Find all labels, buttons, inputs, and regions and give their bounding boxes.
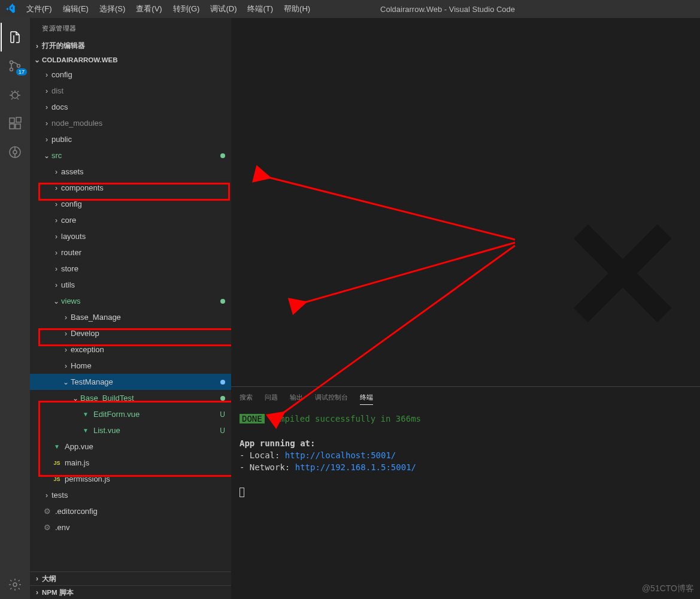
folder-components[interactable]: ›components <box>30 180 231 196</box>
panel-tab-problems[interactable]: 问题 <box>265 391 278 404</box>
folder-assets[interactable]: ›assets <box>30 164 231 180</box>
folder-home[interactable]: ›Home <box>30 358 231 374</box>
menu-terminal[interactable]: 终端(T) <box>243 1 278 17</box>
file-editorconfig[interactable]: ⚙.editorconfig <box>30 503 231 519</box>
folder-base-manage[interactable]: ›Base_Manage <box>30 309 231 325</box>
folder-store[interactable]: ›store <box>30 261 231 277</box>
activity-bar: 17 <box>0 18 30 599</box>
svg-point-9 <box>13 150 17 154</box>
file-permission-js[interactable]: JSpermission.js <box>30 471 231 487</box>
chevron-down-icon: ⌄ <box>61 378 71 386</box>
tree-label: EditForm.vue <box>93 410 140 419</box>
panel-tab-terminal[interactable]: 终端 <box>360 391 373 405</box>
chevron-right-icon: › <box>32 42 42 50</box>
folder-config[interactable]: ›config <box>30 66 231 83</box>
chevron-right-icon: › <box>42 135 51 144</box>
section-project[interactable]: ⌄COLDAIRARROW.WEB <box>30 53 231 66</box>
tree-label: node_modules <box>51 119 102 128</box>
activity-settings-icon[interactable] <box>1 570 29 599</box>
section-label: 打开的编辑器 <box>42 41 85 50</box>
chevron-down-icon: ⌄ <box>71 394 80 403</box>
chevron-down-icon: ⌄ <box>42 152 51 160</box>
modified-dot <box>220 394 225 403</box>
vscode-watermark-icon: ✕ <box>557 186 688 367</box>
panel-tab-debug-console[interactable]: 调试控制台 <box>315 391 348 404</box>
folder-src[interactable]: ⌄src <box>30 147 231 164</box>
tree-label: layouts <box>61 232 86 241</box>
folder-base-buildtest[interactable]: ⌄Base_BuildTest <box>30 390 231 406</box>
tree-label: Home <box>71 361 92 370</box>
folder-layouts[interactable]: ›layouts <box>30 228 231 244</box>
menu-debug[interactable]: 调试(D) <box>205 1 241 17</box>
sidebar-explorer: 资源管理器 ›打开的编辑器 ⌄COLDAIRARROW.WEB ›config … <box>30 18 231 599</box>
tree-label: TestManage <box>71 377 113 386</box>
folder-views[interactable]: ⌄views <box>30 293 231 309</box>
menu-view[interactable]: 查看(V) <box>131 1 166 17</box>
terminal-link[interactable]: http://localhost:5001/ <box>285 450 396 460</box>
activity-extensions-icon[interactable] <box>1 109 29 138</box>
menu-bar: 文件(F) 编辑(E) 选择(S) 查看(V) 转到(G) 调试(D) 终端(T… <box>22 1 315 17</box>
js-file-icon: JS <box>51 476 62 482</box>
menu-selection[interactable]: 选择(S) <box>95 1 130 17</box>
tree-label: router <box>61 248 81 257</box>
terminal-link[interactable]: http://192.168.1.5:5001/ <box>295 462 416 472</box>
chevron-down-icon: ⌄ <box>51 297 61 305</box>
folder-docs[interactable]: ›docs <box>30 99 231 115</box>
chevron-right-icon: › <box>32 588 42 597</box>
menu-help[interactable]: 帮助(H) <box>279 1 315 17</box>
terminal-line: - Local: <box>240 450 285 460</box>
folder-tests[interactable]: ›tests <box>30 487 231 503</box>
tree-label: assets <box>61 167 84 176</box>
folder-dist[interactable]: ›dist <box>30 83 231 99</box>
file-editform[interactable]: ▼EditForm.vueU <box>30 406 231 422</box>
chevron-right-icon: › <box>51 216 61 225</box>
folder-exception[interactable]: ›exception <box>30 341 231 358</box>
tree-label: config <box>51 70 72 79</box>
panel: 搜索 问题 输出 调试控制台 终端 DONE Compiled successf… <box>231 386 700 599</box>
file-env[interactable]: ⚙.env <box>30 519 231 536</box>
tree-label: config <box>61 199 82 208</box>
activity-explorer-icon[interactable] <box>1 23 29 52</box>
folder-public[interactable]: ›public <box>30 131 231 147</box>
folder-node-modules[interactable]: ›node_modules <box>30 115 231 131</box>
folder-router[interactable]: ›router <box>30 244 231 261</box>
chevron-right-icon: › <box>51 232 61 241</box>
tree-label: permission.js <box>65 474 110 483</box>
image-watermark: @51CTO博客 <box>642 583 694 594</box>
section-outline[interactable]: ›大纲 <box>30 571 231 585</box>
chevron-right-icon: › <box>42 87 51 95</box>
panel-tab-search[interactable]: 搜索 <box>240 391 253 404</box>
terminal-output[interactable]: DONE Compiled successfully in 366ms App … <box>231 408 700 599</box>
scm-badge: 17 <box>16 68 27 75</box>
vue-file-icon: ▼ <box>80 427 91 434</box>
section-npm[interactable]: ›NPM 脚本 <box>30 585 231 599</box>
tree-label: core <box>61 216 76 225</box>
folder-config-inner[interactable]: ›config <box>30 196 231 212</box>
window-title: Coldairarrow.Web - Visual Studio Code <box>315 5 700 14</box>
terminal-line: App running at: <box>240 438 315 448</box>
chevron-right-icon: › <box>51 249 61 257</box>
editor-empty: ✕ <box>231 18 700 386</box>
svg-rect-6 <box>16 124 20 129</box>
editor-area: ✕ 搜索 问题 输出 调试控制台 终端 DONE Compiled succes… <box>231 18 700 599</box>
section-label: NPM 脚本 <box>42 588 74 597</box>
panel-tabs: 搜索 问题 输出 调试控制台 终端 <box>231 387 700 408</box>
file-list[interactable]: ▼List.vueU <box>30 422 231 438</box>
activity-debug-icon[interactable] <box>1 80 29 109</box>
folder-utils[interactable]: ›utils <box>30 277 231 293</box>
modified-dot <box>220 297 225 305</box>
folder-testmanage[interactable]: ⌄TestManage <box>30 374 231 390</box>
file-main-js[interactable]: JSmain.js <box>30 455 231 471</box>
file-app[interactable]: ▼App.vue <box>30 438 231 455</box>
menu-file[interactable]: 文件(F) <box>22 1 57 17</box>
menu-go[interactable]: 转到(G) <box>168 1 205 17</box>
panel-tab-output[interactable]: 输出 <box>290 391 303 404</box>
chevron-right-icon: › <box>32 574 42 583</box>
section-open-editors[interactable]: ›打开的编辑器 <box>30 39 231 53</box>
tree-label: Base_BuildTest <box>80 394 134 403</box>
activity-remote-icon[interactable] <box>1 138 29 167</box>
menu-edit[interactable]: 编辑(E) <box>58 1 93 17</box>
folder-core[interactable]: ›core <box>30 212 231 228</box>
folder-develop[interactable]: ›Develop <box>30 325 231 341</box>
activity-scm-icon[interactable]: 17 <box>1 52 29 80</box>
